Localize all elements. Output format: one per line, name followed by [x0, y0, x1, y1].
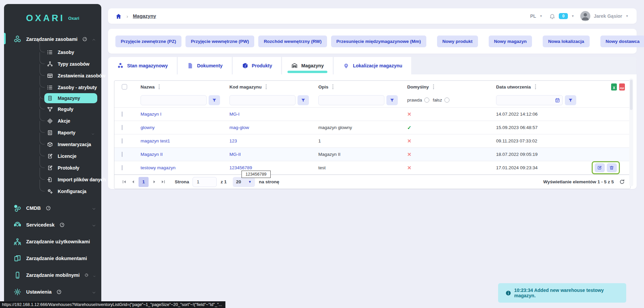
report-icon — [47, 130, 53, 136]
column-header-opis[interactable]: Opis — [314, 84, 402, 89]
tab-lokalizacje-magazynu[interactable]: Lokalizacje magazynu — [334, 57, 411, 74]
export-excel-icon[interactable]: X — [611, 83, 617, 90]
row-checkbox[interactable] — [122, 138, 122, 143]
home-icon[interactable] — [115, 13, 122, 19]
action-button-przyjecie-wewnetrzne-pw[interactable]: Przyjęcie wewnętrzne (PW) — [185, 36, 254, 47]
column-menu-icon[interactable] — [159, 84, 160, 89]
edit-button[interactable] — [595, 163, 605, 172]
sidebar-item-zasoby[interactable]: Zasoby — [40, 46, 98, 58]
sidebar-item-inwentaryzacja[interactable]: Inwentaryzacja — [40, 138, 98, 150]
filter-input-data[interactable] — [496, 95, 563, 105]
edit-icon — [597, 165, 602, 170]
prev-page-button[interactable] — [128, 178, 137, 186]
toast-notification[interactable]: 10:23:34 Added new warehouse testowy mag… — [498, 283, 626, 303]
column-menu-icon[interactable] — [433, 84, 434, 89]
vertical-scrollbar[interactable] — [629, 78, 633, 186]
user-name[interactable]: Jarek Gąsior — [594, 13, 622, 19]
filter-button-opis[interactable] — [386, 95, 398, 105]
sidebar-item-raporty[interactable]: Raporty — [40, 127, 98, 138]
next-page-button[interactable] — [150, 178, 159, 186]
breadcrumb-chevron-icon: › — [126, 13, 128, 19]
column-header-nazwa[interactable]: Nazwa — [136, 84, 225, 89]
sidebar-item-import-plikow-danych[interactable]: Import plików danych — [40, 174, 98, 185]
filter-button-data[interactable] — [565, 95, 576, 105]
sidebar-item-reguly[interactable]: Reguły — [40, 103, 98, 115]
filter-input-opis[interactable] — [318, 95, 384, 105]
calendar-icon[interactable] — [555, 98, 560, 103]
breadcrumb-link-magazyny[interactable]: Magazyny — [133, 13, 156, 19]
language-caret-icon[interactable]: ▼ — [539, 14, 542, 18]
warehouse-name-link[interactable]: glowny — [136, 125, 225, 130]
sidebar-item-licencje[interactable]: Licencje — [40, 150, 98, 162]
page-number-input[interactable] — [193, 177, 217, 187]
first-page-button[interactable] — [120, 178, 128, 186]
row-checkbox[interactable] — [122, 152, 122, 157]
user-caret-icon[interactable]: ▼ — [626, 14, 629, 18]
refresh-icon[interactable] — [619, 179, 625, 185]
avatar[interactable] — [580, 11, 590, 21]
page-size-select[interactable]: 20▼ — [233, 177, 255, 187]
filter-button-kod[interactable] — [298, 95, 309, 105]
action-button-przesuniecie-miedzymagazynowe-mm[interactable]: Przesunięcie międzymagazynowe (Mm) — [331, 36, 426, 47]
sidebar-item-label: Konfiguracja — [58, 189, 87, 194]
filter-input-kod[interactable] — [229, 95, 296, 105]
pin-tab-icon — [343, 62, 350, 69]
column-header-data[interactable]: Data utworzenia — [491, 84, 581, 89]
warehouse-code-link[interactable]: 123456789 — [225, 165, 314, 170]
column-header-domyslny[interactable]: Domyślny — [402, 84, 491, 89]
sidebar-group-ustawienia[interactable]: Ustawienia — [13, 284, 98, 300]
last-page-button[interactable] — [159, 178, 167, 186]
row-checkbox[interactable] — [122, 112, 122, 117]
warehouse-code-link[interactable]: MG-II — [225, 152, 314, 157]
action-button-nowy-dostawca[interactable]: Nowy dostawca — [600, 36, 644, 47]
tab-dokumenty[interactable]: Dokumenty — [178, 57, 231, 74]
sidebar-item-protokoly[interactable]: Protokoły — [40, 162, 98, 174]
sidebar-group-servicedesk[interactable]: Servicedesk — [13, 217, 98, 233]
language-selector[interactable]: PL — [530, 13, 536, 19]
sidebar-group-zarzadzanie-zasobami[interactable]: Zarządzanie zasobami — [13, 32, 98, 46]
warehouse-name-link[interactable]: Magazyn I — [136, 112, 225, 117]
notification-badge[interactable]: 0 — [559, 13, 568, 19]
sidebar-item-konfiguracja[interactable]: Konfiguracja — [40, 185, 98, 197]
notification-caret-icon[interactable]: ▼ — [571, 14, 574, 18]
action-button-nowa-lokalizacja[interactable]: Nowa lokalizacja — [543, 36, 589, 47]
sidebar-item-typy-zasobow[interactable]: Typy zasobów — [40, 58, 98, 70]
sidebar-item-akcje[interactable]: Akcje — [40, 115, 98, 127]
filter-input-nazwa[interactable] — [141, 95, 207, 105]
radio-falsz[interactable] — [444, 98, 449, 103]
sidebar-group-zarzadzanie-uzytkownikami[interactable]: Zarządzanie użytkownikami — [13, 233, 98, 250]
row-checkbox[interactable] — [122, 125, 122, 130]
select-all-checkbox[interactable] — [122, 84, 127, 89]
action-button-rozchod-wewnetrzny-rw[interactable]: Rozchód wewnętrzny (RW) — [258, 36, 327, 47]
column-menu-icon[interactable] — [332, 84, 333, 89]
column-header-kod[interactable]: Kod magazynu — [225, 84, 314, 89]
radio-prawda[interactable] — [424, 98, 429, 103]
tab-stan-magazynowy[interactable]: Stan magazynowy — [108, 57, 177, 74]
sidebar-group-zarzadzanie-dokumentami[interactable]: Zarządzanie dokumentami — [13, 250, 98, 267]
warehouse-name-link[interactable]: Magazyn II — [136, 152, 225, 157]
warehouse-name-link[interactable]: testowy magazyn — [136, 165, 225, 170]
warehouse-code-link[interactable]: 123 — [225, 138, 314, 143]
export-pdf-icon[interactable]: PDF — [619, 83, 625, 90]
sidebar-item-zestawienia-zasobow[interactable]: Zestawienia zasobów — [40, 70, 98, 81]
column-menu-icon[interactable] — [266, 84, 267, 89]
table-row-glowny: glownymag-glowmagazyn glowny✓15.09.2023 … — [114, 121, 630, 134]
warehouse-code-link[interactable]: mag-glow — [225, 125, 314, 130]
warehouse-name-link[interactable]: magazyn test1 — [136, 138, 225, 143]
tab-magazyny[interactable]: Magazyny — [282, 57, 333, 74]
warehouse-code-link[interactable]: MG-I — [225, 112, 314, 117]
action-button-przyjecie-zewnetrzne-pz[interactable]: Przyjęcie zewnętrzne (PZ) — [115, 36, 181, 47]
sidebar-item-zasoby-atrybuty[interactable]: Zasoby - atrybuty — [40, 81, 98, 93]
bell-icon[interactable] — [549, 13, 555, 19]
tab-produkty[interactable]: Produkty — [233, 57, 281, 74]
current-page-button[interactable]: 1 — [139, 177, 149, 187]
sidebar-group-cmdb[interactable]: CMDB — [13, 200, 98, 217]
row-checkbox[interactable] — [122, 165, 122, 170]
sidebar-item-magazyny[interactable]: Magazyny — [44, 93, 97, 103]
column-menu-icon[interactable] — [535, 84, 536, 89]
filter-button-nazwa[interactable] — [209, 95, 220, 105]
action-button-nowy-magazyn[interactable]: Nowy magazyn — [489, 36, 532, 47]
delete-button[interactable] — [607, 163, 617, 172]
action-button-nowy-produkt[interactable]: Nowy produkt — [437, 36, 478, 47]
sidebar-group-zarzadzanie-mobilnymi[interactable]: Zarządzanie mobilnymi — [13, 267, 98, 284]
